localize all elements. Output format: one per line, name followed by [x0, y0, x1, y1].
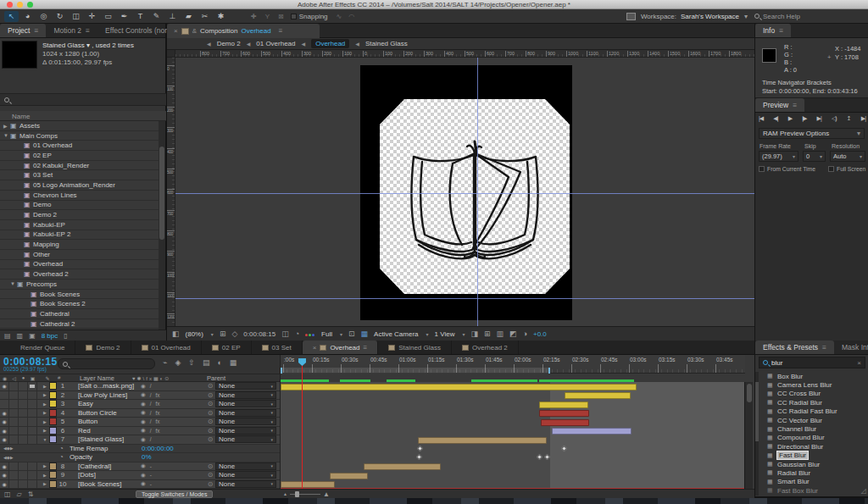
solo-switch[interactable]: [19, 435, 28, 444]
layer-name[interactable]: Easy: [78, 400, 141, 407]
quality-switch[interactable]: ◉: [141, 409, 146, 416]
resolution-dropdown[interactable]: Full: [321, 330, 332, 338]
new-comp-icon[interactable]: ▣: [29, 332, 36, 340]
viewer-timecode[interactable]: 0:00:08:15: [243, 330, 275, 338]
zoom-slider-handle[interactable]: [295, 491, 299, 497]
pen-tool-icon[interactable]: ✒: [117, 11, 131, 22]
twirl-arrow-icon[interactable]: ▶: [41, 410, 49, 415]
delete-icon[interactable]: ▯: [64, 332, 67, 340]
layer-row[interactable]: ◉ ◀◆▶ ▶ 10 ◔ [Book Scenes] ◉ -: [0, 480, 280, 490]
always-preview-icon[interactable]: ◧: [172, 330, 180, 338]
effect-list-item[interactable]: ▦ Compound Blur: [760, 434, 868, 442]
keyframe-diamond[interactable]: [416, 454, 422, 460]
quality-switch[interactable]: ◉: [141, 401, 146, 407]
draft-switch[interactable]: /: [150, 436, 152, 442]
magnification-dropdown[interactable]: (80%): [186, 330, 203, 338]
layer-label-color[interactable]: [49, 382, 57, 390]
motion-blur-icon[interactable]: ▦: [230, 358, 237, 367]
parent-dropdown[interactable]: None▾: [215, 391, 276, 399]
timeline-tab[interactable]: × Overhead ≡: [303, 341, 378, 354]
clear-search-icon[interactable]: ×: [857, 359, 861, 367]
effect-list-item[interactable]: ▦ CC Vector Blur: [760, 416, 868, 424]
video-switch[interactable]: ◉: [0, 462, 9, 471]
draft-3d-icon[interactable]: ⇧: [188, 358, 195, 367]
layer-duration-bar[interactable]: [541, 419, 589, 426]
item-label[interactable]: Cathedral: [40, 310, 70, 318]
camera-tool-icon[interactable]: ◫: [69, 11, 83, 22]
timeline-tab[interactable]: × 02 EP ≡: [202, 341, 252, 354]
layer-row[interactable]: ◉ ◀◆▶ ▶ 5 ◔ Button ◉ / fx: [0, 418, 280, 427]
project-list-item[interactable]: ▣ 03 Set: [0, 170, 159, 180]
keyframe-navigator[interactable]: ◀◆▶: [0, 446, 34, 451]
audio-switch[interactable]: [9, 480, 19, 489]
stopwatch-icon[interactable]: ◔: [59, 453, 70, 461]
project-list-item[interactable]: ▣ Overhead: [0, 260, 159, 270]
layer-row[interactable]: ◉ ◀◆▶ ▶ 3 ◔ Easy ◉ / fx: [0, 400, 280, 409]
frame-rate-dropdown[interactable]: (29.97)▾: [759, 151, 798, 162]
item-label[interactable]: Kabuki-EP 2: [33, 230, 70, 238]
project-list-item[interactable]: ▣ Book Scenes 2: [0, 299, 159, 309]
lock-switch[interactable]: [28, 480, 37, 489]
fx-switch[interactable]: fx: [155, 392, 159, 398]
shape-tool-icon[interactable]: ▭: [101, 11, 115, 22]
effect-list-item[interactable]: ▦ Channel Blur: [760, 424, 868, 433]
expand-layer-switches-icon[interactable]: ◫: [4, 490, 11, 498]
layer-row[interactable]: ◉ ◀◆▶ ◔ Time Remap 0:00:00:00 ◉: [0, 445, 280, 454]
layer-name[interactable]: [Salt o...mask.png]: [78, 382, 141, 390]
panel-menu-icon[interactable]: ≡: [364, 344, 368, 352]
effect-list-item[interactable]: ▦ CC Radial Fast Blur: [760, 407, 868, 416]
effect-list-item[interactable]: ▦ Box Blur: [760, 372, 868, 380]
timeline-tab[interactable]: × Demo 2 ≡: [75, 341, 131, 354]
lock-switch[interactable]: [28, 382, 37, 390]
expand-transfer-controls-icon[interactable]: ▱: [17, 490, 22, 498]
timeline-tab[interactable]: × Overhead 2 ≡: [452, 341, 519, 354]
project-list-item[interactable]: ▣ Chevron Lines: [0, 191, 159, 201]
project-list-item[interactable]: ▣ Book Scenes: [0, 290, 159, 300]
exposure-value[interactable]: +0.0: [533, 330, 547, 338]
project-list-item[interactable]: ▣ Other: [0, 250, 159, 260]
view-axis-mode-icon[interactable]: ⊠: [278, 13, 284, 20]
workspace-caret-icon[interactable]: ▾: [744, 13, 748, 20]
parent-pick-whip-icon[interactable]: ⊙: [205, 409, 215, 417]
project-name-column-header[interactable]: Name: [0, 111, 166, 121]
layer-row[interactable]: ◉ ◀◆▶ ▶ 9 ◔ [Dots] ◉ -: [0, 471, 280, 480]
parent-pick-whip-icon[interactable]: ⊙: [205, 418, 215, 425]
audio-switch[interactable]: [9, 400, 19, 408]
label-column-icon[interactable]: ✎: [37, 375, 58, 381]
eraser-tool-icon[interactable]: ▰: [181, 11, 196, 22]
layer-name[interactable]: [Book Scenes]: [78, 480, 141, 488]
snap-along-edges-icon[interactable]: ∿: [337, 13, 342, 20]
interpret-footage-icon[interactable]: ▤: [4, 332, 11, 340]
info-panel-tab[interactable]: Info≡: [755, 24, 791, 37]
item-label[interactable]: Demo 2: [33, 211, 57, 219]
item-label[interactable]: Book Scenes 2: [40, 300, 86, 307]
grid-options-icon[interactable]: ⊞: [220, 330, 226, 338]
twirl-arrow-icon[interactable]: ▶: [41, 428, 49, 433]
effect-list-item[interactable]: ▦ Smart Blur: [760, 478, 868, 486]
keyframe-diamond[interactable]: [417, 446, 423, 451]
project-list-item[interactable]: ▣ Kabuki-EP: [0, 220, 159, 230]
live-update-icon[interactable]: ◈: [175, 358, 181, 367]
project-bit-depth[interactable]: 8 bpc: [42, 332, 58, 340]
parent-pick-whip-icon[interactable]: ⊙: [205, 462, 215, 470]
layer-name[interactable]: [Dots]: [78, 471, 141, 479]
solo-switch[interactable]: [19, 462, 28, 471]
show-channel-icon[interactable]: [305, 330, 315, 338]
video-switch[interactable]: ◉: [0, 382, 9, 390]
video-switch[interactable]: ◉: [0, 427, 9, 435]
preview-panel-tab[interactable]: Preview≡: [755, 98, 804, 112]
show-snapshot-icon[interactable]: ◔: [295, 330, 299, 338]
close-icon[interactable]: ×: [174, 27, 178, 35]
layer-row[interactable]: ◉ ◀◆▶ ▼ 7 ◔ [Stained Glass] ◉ /: [0, 435, 280, 445]
roto-brush-tool-icon[interactable]: ✂: [198, 11, 212, 22]
item-label[interactable]: Assets: [19, 122, 40, 130]
item-label[interactable]: 01 Overhead: [33, 141, 72, 149]
pixel-aspect-icon[interactable]: ◨: [470, 330, 478, 338]
draft-switch[interactable]: -: [150, 472, 152, 478]
brush-tool-icon[interactable]: ✎: [149, 11, 164, 22]
comp-mini-flowchart-icon[interactable]: ⌁: [163, 358, 167, 367]
lock-switch[interactable]: [28, 391, 37, 400]
project-list-item[interactable]: ▣ Kabuki-EP 2: [0, 230, 159, 241]
layer-duration-bar[interactable]: [364, 463, 441, 470]
property-value[interactable]: 0%: [142, 453, 152, 461]
